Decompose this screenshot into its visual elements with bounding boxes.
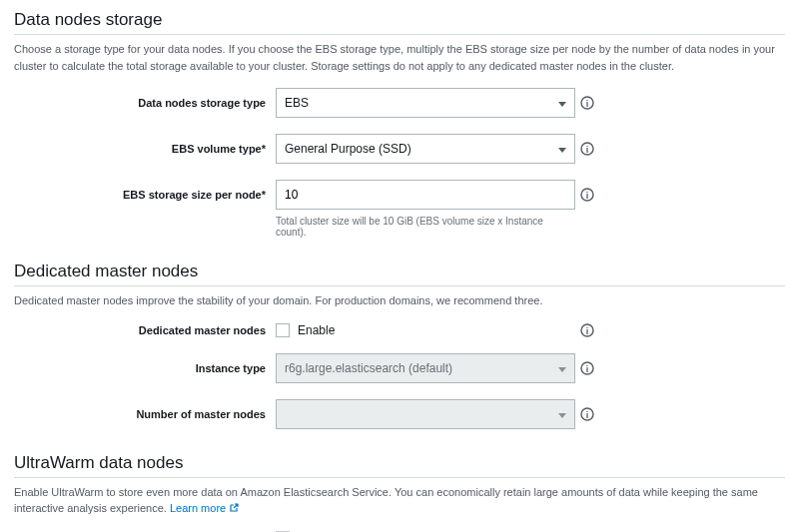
select-value: r6g.large.elasticsearch (default) <box>285 361 452 375</box>
field-storage-type: Data nodes storage type EBS i <box>14 88 785 118</box>
section-description: Choose a storage type for your data node… <box>14 41 785 74</box>
field-label: EBS volume type* <box>14 143 276 155</box>
select-value: EBS <box>285 96 309 110</box>
info-icon[interactable]: i <box>580 407 594 421</box>
master-enable-checkbox[interactable]: Enable <box>276 323 335 337</box>
checkbox-label: Enable <box>298 323 335 337</box>
field-label: Data nodes storage type <box>14 97 276 109</box>
svg-text:i: i <box>586 409 589 419</box>
divider <box>14 477 785 478</box>
field-storage-size: EBS storage size per node* i <box>14 180 785 210</box>
field-label: Instance type <box>14 362 276 374</box>
chevron-down-icon <box>558 361 566 375</box>
select-value: General Purpose (SSD) <box>285 142 411 156</box>
divider <box>14 34 785 35</box>
storage-size-input[interactable] <box>276 180 575 210</box>
storage-type-select[interactable]: EBS <box>276 88 575 118</box>
svg-text:i: i <box>586 191 589 201</box>
storage-size-note: Total cluster size will be 10 GiB (EBS v… <box>276 216 575 238</box>
info-icon[interactable]: i <box>580 142 594 156</box>
field-master-count: Number of master nodes i <box>14 399 785 429</box>
field-volume-type: EBS volume type* General Purpose (SSD) i <box>14 134 785 164</box>
section-title: UltraWarm data nodes <box>14 453 785 477</box>
checkbox-icon <box>276 323 290 337</box>
field-master-enable: Dedicated master nodes Enable i <box>14 323 785 337</box>
section-ultrawarm: UltraWarm data nodes Enable UltraWarm to… <box>14 453 785 533</box>
section-dedicated-master-nodes: Dedicated master nodes Dedicated master … <box>14 262 785 429</box>
info-icon[interactable]: i <box>580 96 594 110</box>
section-description: Dedicated master nodes improve the stabi… <box>14 292 785 309</box>
field-label: Dedicated master nodes <box>14 324 276 336</box>
section-title: Data nodes storage <box>14 10 785 34</box>
info-icon[interactable]: i <box>580 323 594 337</box>
chevron-down-icon <box>558 407 566 421</box>
svg-text:i: i <box>586 363 589 373</box>
divider <box>14 285 785 286</box>
svg-text:i: i <box>586 99 589 109</box>
section-description: Enable UltraWarm to store even more data… <box>14 484 785 517</box>
section-data-nodes-storage: Data nodes storage Choose a storage type… <box>14 10 785 238</box>
info-icon[interactable]: i <box>580 188 594 202</box>
info-icon[interactable]: i <box>580 361 594 375</box>
external-link-icon <box>229 501 239 511</box>
svg-text:i: i <box>586 325 589 335</box>
field-label: EBS storage size per node* <box>14 189 276 201</box>
svg-text:i: i <box>586 145 589 155</box>
section-title: Dedicated master nodes <box>14 262 785 285</box>
volume-type-select[interactable]: General Purpose (SSD) <box>276 134 575 164</box>
chevron-down-icon <box>558 96 566 110</box>
instance-type-select: r6g.large.elasticsearch (default) <box>276 353 575 383</box>
master-count-select <box>276 399 575 429</box>
field-instance-type: Instance type r6g.large.elasticsearch (d… <box>14 353 785 383</box>
chevron-down-icon <box>558 142 566 156</box>
field-label: Number of master nodes <box>14 408 276 420</box>
learn-more-link[interactable]: Learn more <box>170 502 239 514</box>
